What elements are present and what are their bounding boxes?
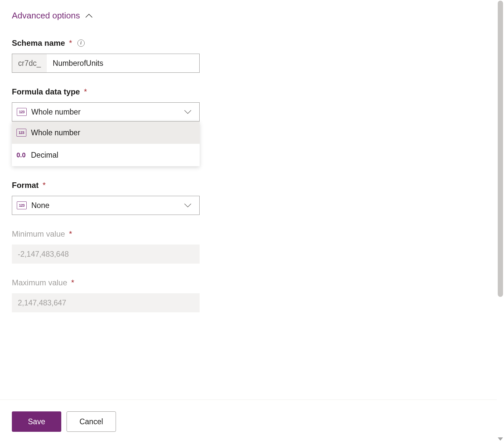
option-whole-number[interactable]: 123 Whole number: [12, 121, 200, 144]
minimum-value-field: Minimum value *: [12, 229, 192, 264]
formula-data-type-label-row: Formula data type *: [12, 87, 192, 96]
schema-name-field: Schema name * i cr7dc_: [12, 39, 192, 73]
maximum-value-label-row: Maximum value *: [12, 278, 192, 287]
schema-name-label-row: Schema name * i: [12, 39, 192, 48]
format-combobox: 123 None: [12, 196, 200, 215]
format-trigger[interactable]: 123 None: [12, 196, 200, 215]
minimum-value-label-row: Minimum value *: [12, 229, 192, 239]
whole-number-icon: 123: [16, 129, 26, 137]
schema-name-label: Schema name: [12, 39, 65, 48]
chevron-down-icon: [184, 203, 191, 208]
schema-name-input[interactable]: [47, 54, 199, 72]
required-indicator: *: [71, 278, 74, 287]
formula-data-type-combobox: 123 Whole number 123 Whole number 0.0 De…: [12, 102, 200, 121]
option-decimal[interactable]: 0.0 Decimal: [12, 144, 200, 166]
footer-separator: [0, 400, 497, 400]
formula-data-type-listbox: 123 Whole number 0.0 Decimal: [12, 121, 200, 166]
required-indicator: *: [69, 229, 72, 239]
maximum-value-label: Maximum value: [12, 278, 67, 287]
advanced-options-toggle[interactable]: Advanced options: [12, 11, 93, 21]
schema-prefix: cr7dc_: [12, 54, 47, 72]
advanced-options-label: Advanced options: [12, 11, 80, 21]
option-label: Decimal: [31, 151, 58, 160]
required-indicator: *: [42, 181, 45, 190]
whole-number-icon: 123: [17, 201, 27, 209]
cancel-button[interactable]: Cancel: [67, 411, 116, 432]
format-label: Format: [12, 181, 39, 190]
format-selected: None: [31, 201, 49, 210]
decimal-icon: 0.0: [16, 151, 26, 159]
formula-data-type-trigger[interactable]: 123 Whole number: [12, 102, 200, 121]
scrollbar-thumb[interactable]: [498, 1, 503, 297]
scrollbar-down-arrow-icon[interactable]: [498, 437, 503, 441]
maximum-value-input: [12, 293, 200, 312]
minimum-value-label: Minimum value: [12, 229, 65, 239]
option-label: Whole number: [31, 128, 80, 137]
format-label-row: Format *: [12, 181, 192, 190]
save-button[interactable]: Save: [12, 411, 61, 432]
maximum-value-field: Maximum value *: [12, 278, 192, 312]
info-icon[interactable]: i: [77, 39, 85, 47]
scrollbar-track[interactable]: [497, 0, 504, 442]
formula-data-type-label: Formula data type: [12, 87, 80, 96]
minimum-value-input: [12, 245, 200, 264]
chevron-up-icon: [85, 13, 93, 18]
formula-data-type-selected: Whole number: [31, 108, 81, 117]
required-indicator: *: [84, 87, 87, 96]
schema-name-input-group: cr7dc_: [12, 54, 200, 73]
formula-data-type-field: Formula data type * 123 Whole number 123…: [12, 87, 192, 121]
chevron-down-icon: [184, 110, 191, 114]
format-field: Format * 123 None: [12, 181, 192, 215]
required-indicator: *: [69, 39, 72, 48]
whole-number-icon: 123: [17, 108, 27, 116]
footer-actions: Save Cancel: [12, 411, 116, 432]
